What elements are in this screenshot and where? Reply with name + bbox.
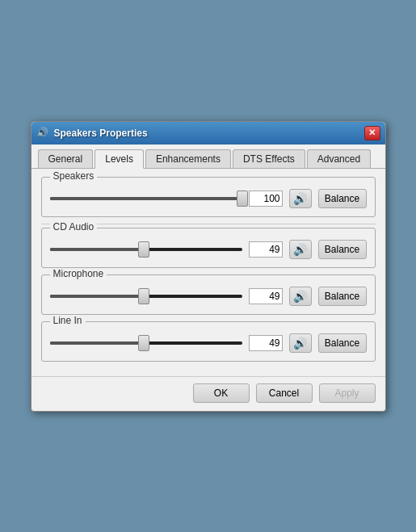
tab-content: Speakers 🔊 Balance CD Audio: [32, 169, 385, 376]
tab-levels[interactable]: Levels: [95, 149, 144, 169]
microphone-value-input[interactable]: [249, 288, 283, 304]
speakers-slider-thumb[interactable]: [237, 191, 248, 207]
apply-button[interactable]: Apply: [319, 383, 376, 403]
line-in-group-label: Line In: [50, 315, 86, 326]
line-in-slider-track: [50, 341, 242, 345]
cd-audio-balance-button[interactable]: Balance: [318, 240, 367, 259]
microphone-mute-button[interactable]: 🔊: [289, 287, 312, 306]
speakers-value-input[interactable]: [249, 191, 283, 207]
microphone-slider-fill: [50, 295, 145, 298]
ok-button[interactable]: OK: [193, 383, 250, 403]
line-in-slider-fill: [50, 341, 145, 345]
microphone-slider-thumb[interactable]: [138, 288, 149, 304]
speakers-slider-container: [50, 191, 242, 207]
cancel-button[interactable]: Cancel: [256, 383, 313, 403]
cd-audio-slider-fill: [50, 248, 145, 251]
microphone-speaker-icon: 🔊: [293, 290, 307, 303]
cd-audio-row: 🔊 Balance: [50, 240, 367, 259]
line-in-slider-thumb[interactable]: [138, 335, 149, 351]
speakers-group: Speakers 🔊 Balance: [41, 177, 376, 217]
microphone-group-label: Microphone: [50, 268, 107, 279]
speakers-slider-track: [50, 197, 242, 200]
speakers-group-label: Speakers: [50, 170, 98, 182]
cd-audio-mute-button[interactable]: 🔊: [289, 240, 312, 259]
footer: OK Cancel Apply: [32, 376, 385, 411]
cd-audio-slider-thumb[interactable]: [138, 241, 149, 258]
speakers-slider-fill: [50, 197, 242, 200]
cd-audio-group: CD Audio 🔊 Balance: [41, 228, 376, 268]
line-in-mute-button[interactable]: 🔊: [289, 333, 312, 353]
microphone-group: Microphone 🔊 Balance: [41, 274, 376, 315]
line-in-value-input[interactable]: [249, 335, 283, 351]
tab-dts-effects[interactable]: DTS Effects: [233, 149, 305, 168]
cd-audio-slider-track: [50, 248, 242, 251]
speakers-properties-window: 🔊 Speakers Properties ✕ General Levels E…: [31, 121, 386, 412]
cd-audio-speaker-icon: 🔊: [293, 243, 307, 256]
tab-bar: General Levels Enhancements DTS Effects …: [32, 145, 385, 169]
window-title: Speakers Properties: [54, 128, 148, 139]
microphone-slider-container: [50, 288, 242, 304]
title-bar: 🔊 Speakers Properties ✕: [32, 122, 385, 145]
speakers-speaker-icon: 🔊: [293, 192, 307, 205]
speakers-row: 🔊 Balance: [50, 189, 367, 208]
close-button[interactable]: ✕: [364, 126, 380, 140]
title-bar-left: 🔊 Speakers Properties: [36, 127, 148, 140]
cd-audio-value-input[interactable]: [249, 241, 283, 258]
cd-audio-group-label: CD Audio: [50, 221, 98, 232]
cd-audio-slider-container: [50, 241, 242, 258]
line-in-speaker-icon: 🔊: [293, 337, 307, 350]
line-in-group: Line In 🔊 Balance: [41, 321, 376, 362]
tab-advanced[interactable]: Advanced: [307, 149, 371, 168]
speakers-mute-button[interactable]: 🔊: [289, 189, 312, 208]
speakers-balance-button[interactable]: Balance: [318, 189, 367, 208]
microphone-row: 🔊 Balance: [50, 287, 367, 306]
line-in-row: 🔊 Balance: [50, 333, 367, 353]
line-in-balance-button[interactable]: Balance: [318, 333, 367, 353]
window-icon: 🔊: [36, 127, 49, 140]
tab-enhancements[interactable]: Enhancements: [145, 149, 231, 168]
line-in-slider-container: [50, 335, 242, 351]
microphone-slider-track: [50, 295, 242, 298]
tab-general[interactable]: General: [38, 149, 94, 168]
microphone-balance-button[interactable]: Balance: [318, 287, 367, 306]
